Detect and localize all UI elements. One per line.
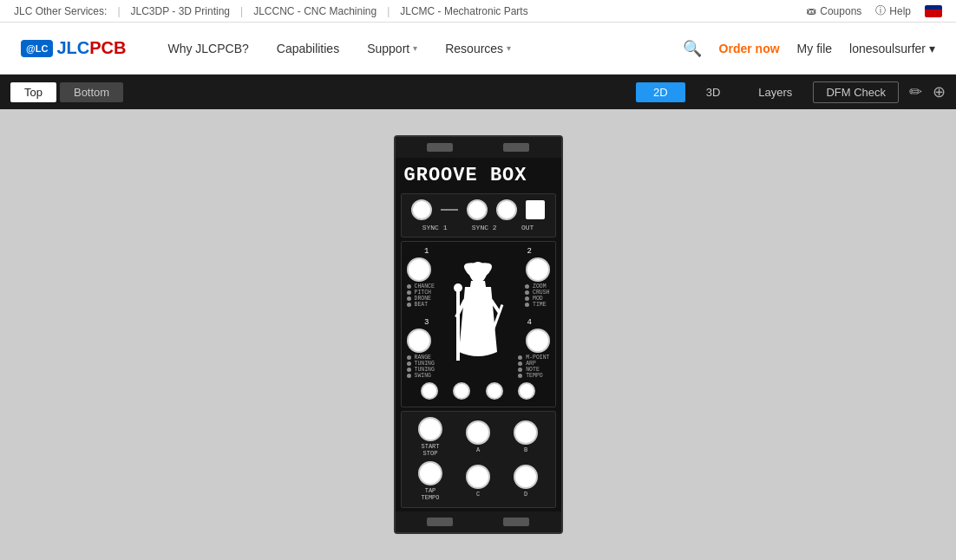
- sync-section: SYNC 1 SYNC 2 OUT: [401, 193, 556, 238]
- chevron-down-icon: ▾: [507, 43, 511, 53]
- button-c-group: C: [466, 465, 490, 498]
- chevron-down-icon: ▾: [413, 43, 417, 53]
- logo[interactable]: @LC JLCPCB: [21, 38, 126, 58]
- button-b-group: B: [514, 420, 538, 453]
- control-2-labels: ZOOM CRUSH MOD: [525, 283, 550, 308]
- coupon-icon: 🎟: [806, 5, 816, 17]
- dot-icon: [407, 290, 411, 295]
- dot-icon: [407, 296, 411, 301]
- order-now-link[interactable]: Order now: [719, 42, 780, 55]
- coupons-link[interactable]: 🎟 Coupons: [806, 5, 861, 17]
- sync1-knob: [411, 199, 432, 220]
- bottom-knob-2: [453, 382, 470, 400]
- user-menu[interactable]: lonesoulsurfer ▾: [849, 42, 935, 55]
- dot-icon: [525, 290, 529, 295]
- control-group-1: 1 CHANCE PITCH: [407, 247, 448, 308]
- control-group-4: 4 M-POINT ARP: [509, 318, 550, 379]
- bottom-view-button[interactable]: Bottom: [60, 82, 123, 102]
- character-center: [452, 247, 504, 379]
- 3d-mode-button[interactable]: 3D: [689, 82, 738, 102]
- pcb-panel: GROOVE BOX SYNC 1 SYNC 2 OUT: [394, 135, 563, 534]
- out-knob: [496, 199, 517, 220]
- svg-rect-2: [456, 291, 460, 361]
- nav-why-jlcpcb[interactable]: Why JLCPCB?: [154, 23, 262, 75]
- tap-tempo-label: TAPTEMPO: [421, 487, 439, 502]
- service-cnc[interactable]: JLCCNC - CNC Machining: [253, 5, 377, 17]
- controls-section: 1 CHANCE PITCH: [401, 241, 556, 407]
- start-stop-label: STARTSTOP: [421, 443, 439, 458]
- control-number-2: 2: [527, 247, 532, 256]
- control-number-3: 3: [424, 318, 429, 327]
- nav-resources[interactable]: Resources ▾: [431, 23, 525, 75]
- button-b-label: B: [524, 446, 527, 453]
- right-controls: 2 ZOOM CRUSH: [509, 247, 550, 379]
- bottom-knobs-row: [407, 379, 550, 401]
- my-file-link[interactable]: My file: [797, 42, 832, 55]
- knob-3: [407, 329, 431, 353]
- australia-flag-icon: [925, 5, 942, 17]
- bottom-knob-3: [486, 382, 503, 400]
- button-d-label: D: [524, 491, 527, 498]
- button-a-knob: [466, 420, 490, 445]
- control-number-4: 4: [527, 318, 532, 327]
- dot-icon: [525, 284, 529, 289]
- logo-text: JLCPCB: [56, 38, 126, 58]
- button-b-knob: [514, 420, 538, 445]
- main-nav: @LC JLCPCB Why JLCPCB? Capabilities Supp…: [0, 23, 956, 75]
- control-4-labels: M-POINT ARP NOTE: [518, 355, 549, 379]
- bottom-knob-4: [518, 382, 535, 400]
- out-label: OUT: [521, 224, 534, 231]
- dot-icon: [518, 355, 522, 360]
- connector-bottom-right: [503, 518, 529, 526]
- top-view-button[interactable]: Top: [10, 82, 56, 102]
- connector-top-right: [503, 143, 529, 152]
- dot-icon: [407, 303, 411, 307]
- button-a-label: A: [476, 446, 480, 453]
- button-c-label: C: [476, 491, 480, 498]
- nav-capabilities[interactable]: Capabilities: [263, 23, 353, 75]
- sync-connector-line: [441, 209, 458, 211]
- pcb-title-section: GROOVE BOX: [396, 158, 561, 190]
- service-3dp[interactable]: JLC3DP - 3D Printing: [131, 5, 231, 17]
- logo-icon: @LC: [21, 40, 53, 57]
- help-link[interactable]: ⓘ Help: [875, 3, 911, 18]
- button-a-group: A: [466, 420, 490, 453]
- control-group-3: 3 RANGE TUNING: [407, 318, 448, 379]
- layers-button[interactable]: Layers: [741, 82, 809, 102]
- control-number-1: 1: [424, 247, 429, 256]
- nav-support[interactable]: Support ▾: [353, 23, 431, 75]
- character-illustration: [452, 247, 504, 379]
- help-icon: ⓘ: [875, 3, 886, 18]
- pencil-icon[interactable]: ✏: [909, 82, 922, 101]
- bottom-connectors: [396, 511, 561, 532]
- button-d-group: D: [514, 465, 538, 498]
- viewer-area: GROOVE BOX SYNC 1 SYNC 2 OUT: [0, 109, 956, 560]
- lower-top-row: STARTSTOP A B: [407, 417, 550, 458]
- user-name: lonesoulsurfer: [849, 42, 926, 55]
- left-controls: 1 CHANCE PITCH: [407, 247, 448, 379]
- viewer-toolbar: Top Bottom 2D 3D Layers DFM Check ✏ ⊕: [0, 75, 956, 109]
- dot-icon: [407, 284, 411, 289]
- service-mc[interactable]: JLCMC - Mechatronic Parts: [400, 5, 527, 17]
- 2d-mode-button[interactable]: 2D: [636, 82, 685, 102]
- sync-knobs-row: [407, 199, 550, 220]
- svg-point-3: [454, 283, 462, 292]
- dfm-check-button[interactable]: DFM Check: [813, 81, 899, 103]
- dot-icon: [525, 296, 529, 301]
- dot-icon: [525, 303, 529, 307]
- control-group-2: 2 ZOOM CRUSH: [509, 247, 550, 308]
- lower-section: STARTSTOP A B TAPTEMPO: [401, 411, 556, 508]
- search-button[interactable]: 🔍: [683, 39, 702, 58]
- start-stop-knob: [418, 417, 442, 441]
- zoom-icon[interactable]: ⊕: [933, 82, 946, 101]
- top-bar: JLC Other Services: | JLC3DP - 3D Printi…: [0, 0, 956, 23]
- sync-labels-row: SYNC 1 SYNC 2 OUT: [407, 224, 550, 231]
- dot-icon: [407, 368, 411, 372]
- sync-square-button: [526, 200, 545, 219]
- lower-bottom-row: TAPTEMPO C D: [407, 461, 550, 502]
- sync2-knob: [467, 199, 488, 220]
- controls-grid: 1 CHANCE PITCH: [407, 247, 550, 379]
- bottom-knob-1: [421, 382, 438, 400]
- start-stop-group: STARTSTOP: [418, 417, 442, 458]
- knob-4: [526, 329, 550, 353]
